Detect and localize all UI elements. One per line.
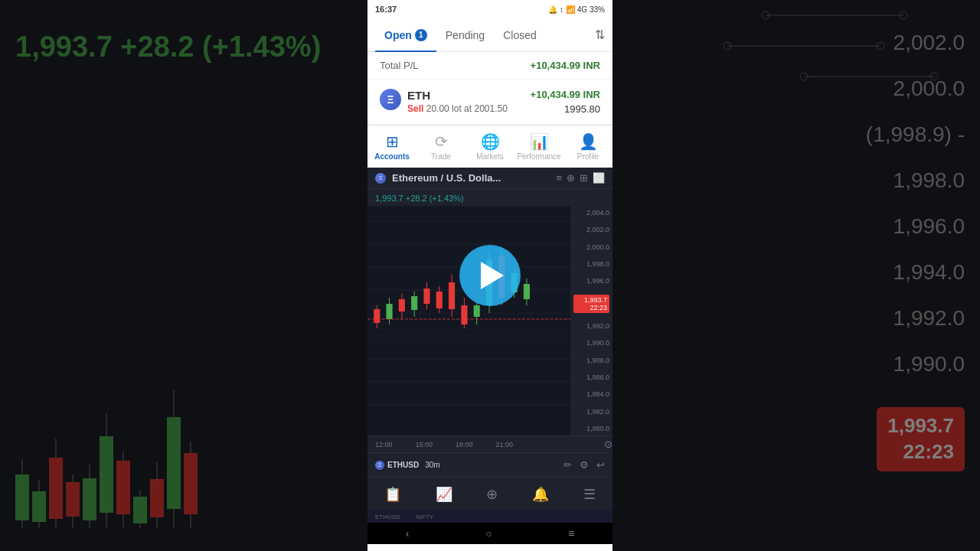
chart-bottom-bar: Ξ ETHUSD 30m ✏ ⚙ ↩ [368, 452, 612, 477]
total-pl-value: +10,434.99 INR [531, 60, 600, 71]
chart-svg [368, 206, 570, 435]
nav-profile[interactable]: 👤 Profile [564, 132, 612, 161]
nav-performance[interactable]: 📊 Performance [514, 132, 564, 161]
performance-icon: 📊 [530, 132, 549, 151]
time-2: 15:00 [416, 441, 433, 448]
nav-markets[interactable]: 🌐 Markets [466, 132, 514, 161]
trade-pnl: +10,434.99 INR [531, 89, 600, 100]
tool-adjust[interactable]: ⊞ [580, 172, 588, 184]
time-nav-icon[interactable]: ⊙ [604, 439, 612, 450]
chart-candles-area [368, 206, 570, 435]
profile-label: Profile [577, 152, 599, 161]
undo-icon[interactable]: ↩ [596, 459, 605, 471]
trade-symbol: ETH [407, 89, 508, 102]
wifi-icon: 4G [577, 5, 587, 14]
chart-eth-icon: Ξ [375, 173, 386, 184]
svg-rect-29 [436, 292, 443, 308]
trade-info: ETH Sell 20.00 lot at 2001.50 [407, 89, 508, 114]
time-3: 18:00 [456, 441, 473, 448]
tabs-bar: Open 1 Pending Closed ⇅ [368, 18, 612, 52]
tool-fullscreen[interactable]: ⬜ [593, 172, 605, 184]
status-icons: 🔔 ↕ 📶 4G 33% [548, 5, 605, 14]
scale-price-3: 2,000.0 [573, 243, 609, 251]
scale-price-2: 2,002.0 [573, 226, 609, 233]
alert-btn[interactable]: 🔔 [532, 486, 549, 503]
compass-btn[interactable]: ⊕ [486, 486, 498, 503]
android-home-btn[interactable]: ○ [485, 527, 492, 540]
trade-lot: 20.00 lot [426, 103, 462, 114]
tab-pending[interactable]: Pending [436, 18, 494, 52]
android-menu-btn[interactable]: ≡ [568, 527, 574, 540]
scale-price-highlight: 1,993.722:23 [573, 295, 609, 313]
trade-current-price: 1995.80 [531, 103, 600, 115]
scale-price-6: 1,992.0 [573, 322, 609, 330]
battery-icon: 33% [590, 5, 605, 14]
ticker-nifty: NIFTY [416, 514, 433, 520]
ticker-ethusd: ETHUSD [375, 514, 400, 520]
draw-icon[interactable]: ✏ [564, 459, 572, 471]
watchlist-btn[interactable]: 📋 [384, 486, 401, 503]
time-4: 21:00 [496, 441, 514, 448]
scale-price-10: 1,984.0 [573, 390, 609, 398]
svg-rect-23 [399, 299, 405, 311]
android-back-btn[interactable]: ‹ [406, 527, 410, 540]
profile-icon: 👤 [579, 132, 598, 151]
nav-accounts[interactable]: ⊞ Accounts [368, 132, 416, 161]
chart-coin-label: ETHUSD [387, 461, 419, 469]
chart-inner: 2,004.0 2,002.0 2,000.0 1,998.0 1,996.0 … [368, 206, 612, 435]
alarm-icon: 🔔 [548, 5, 557, 14]
status-bar: 16:37 🔔 ↕ 📶 4G 33% [368, 0, 612, 18]
scale-price-8: 1,988.0 [573, 357, 609, 364]
sort-icon[interactable]: ⇅ [595, 28, 605, 42]
markets-label: Markets [476, 152, 504, 161]
open-badge: 1 [415, 29, 427, 41]
svg-rect-21 [386, 304, 392, 319]
svg-rect-43 [524, 284, 530, 299]
chart-coin-icon: Ξ [375, 461, 384, 470]
chart-timeframe: 30m [425, 461, 439, 469]
phone-bottom-toolbar: 📋 📈 ⊕ 🔔 ☰ [368, 477, 612, 510]
sync-icon: ↕ [560, 5, 564, 14]
svg-rect-19 [374, 309, 380, 323]
background-right: 2,002.0 2,000.0 (1,998.9) - 1,998.0 1,99… [612, 0, 980, 551]
background-left: 1,993.7 +28.2 (+1.43%) [0, 0, 368, 551]
time-axis: 12:00 15:00 18:00 21:00 ⊙ [368, 435, 612, 452]
scale-price-1: 2,004.0 [573, 209, 609, 217]
play-button[interactable] [459, 245, 521, 306]
trade-entry-price: 2001.50 [474, 103, 507, 114]
svg-rect-33 [461, 305, 467, 324]
scale-price-4: 1,998.0 [573, 260, 609, 268]
signal-icon: 📶 [566, 5, 575, 14]
performance-label: Performance [517, 152, 560, 161]
chart-btn[interactable]: 📈 [436, 486, 452, 503]
eth-trade-item[interactable]: Ξ ETH Sell 20.00 lot at 2001.50 +10,434.… [368, 80, 612, 125]
scale-price-5: 1,996.0 [573, 277, 609, 285]
ticker-row: ETHUSD NIFTY [368, 510, 612, 523]
accounts-icon: ⊞ [386, 132, 399, 151]
chart-price-info-bar: 1,993.7 +28.2 (+1.43%) [368, 189, 612, 206]
svg-rect-31 [449, 282, 455, 309]
settings-icon[interactable]: ⚙ [580, 459, 589, 471]
svg-rect-27 [423, 289, 430, 304]
chart-symbol: Ethereum / U.S. Dolla... [392, 172, 501, 184]
bottom-nav: ⊞ Accounts ⟳ Trade 🌐 Markets 📊 Performan… [368, 125, 612, 168]
scale-price-11: 1,982.0 [573, 408, 609, 416]
menu-btn[interactable]: ☰ [583, 486, 596, 503]
time-1: 12:00 [375, 441, 393, 448]
chart-price-info: 1,993.7 +28.2 (+1.43%) [375, 194, 464, 203]
trade-icon: ⟳ [435, 132, 448, 151]
tool-lines[interactable]: ≡ [556, 172, 562, 184]
chart-price-scale: 2,004.0 2,002.0 2,000.0 1,998.0 1,996.0 … [570, 206, 612, 435]
chart-coin-info: Ξ ETHUSD [375, 461, 419, 470]
chart-header: Ξ Ethereum / U.S. Dolla... ≡ ⊕ ⊞ ⬜ [368, 168, 612, 189]
tab-closed[interactable]: Closed [494, 18, 546, 52]
tool-crosshair[interactable]: ⊕ [567, 172, 575, 184]
nav-trade[interactable]: ⟳ Trade [416, 132, 466, 161]
tab-open[interactable]: Open 1 [375, 18, 436, 52]
android-nav: ‹ ○ ≡ [368, 523, 612, 544]
scale-price-12: 1,980.0 [573, 425, 609, 432]
eth-icon: Ξ [380, 89, 401, 110]
trade-at: at [464, 103, 472, 114]
svg-rect-35 [474, 305, 480, 317]
trade-label: Trade [431, 152, 451, 161]
